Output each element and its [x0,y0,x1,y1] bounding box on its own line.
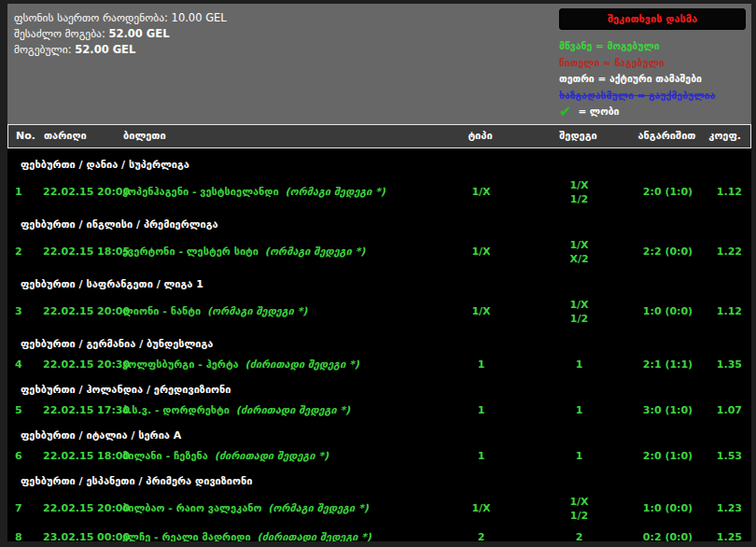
cell-type: 1 [437,358,525,371]
cell-score: 2:1 (1:1) [633,358,703,371]
table-row: 4 22.02.15 20:30 ვოლფსბურგი - ჰერტა (ძირ… [7,354,751,375]
league-header: ფეხბურთი / გერმანია / ბუნდესლიგა [7,330,751,354]
legend-cancelled: ხაზგადასმული = გაუქმებულია [559,88,746,105]
market-label: (ორმაგი შედეგი *) [286,186,385,198]
check-icon: ✔ [559,105,571,119]
cell-score: 2:0 (1:0) [633,186,703,198]
cell-coef: 1.35 [703,358,751,371]
header-score: ანგარიშით [632,130,702,142]
row-ticket: კოპენჰაგენი - ვესტსიელანდი (ორმაგი შედეგ… [115,186,437,198]
table-body: ფეხბურთი / დანია / სუპერლიგა 1 22.02.15 … [7,148,751,542]
cell-coef: 1.22 [703,245,751,258]
cell-result: 1 [525,403,633,417]
won-line: მოგებული: 52.00 GEL [14,42,227,58]
table-row: 7 22.02.15 20:00 ბილბაო - რაიო ვალეკანო … [7,491,751,526]
row-ticket: ლიონი - ნანტი (ორმაგი შედეგი *) [115,305,437,317]
cell-type: 1 [437,450,525,462]
app-window: ფსონის საერთო რაოდენობა: 10.00 GEL შესაძ… [0,0,756,547]
table-row: 3 22.02.15 20:00 ლიონი - ნანტი (ორმაგი შ… [7,294,751,330]
cell-result: 1 [525,358,633,372]
row-date: 22.02.15 17:30 [35,404,115,416]
row-date: 22.02.15 20:00 [35,502,115,514]
table-row: 8 23.02.15 00:00 ელჩე - რეალი მადრიდი (ძ… [7,526,751,542]
stake-label: ფსონის საერთო რაოდენობა: [14,11,168,24]
header-ticket: ბილეთი [116,130,436,142]
cell-score: 1:0 (0:0) [633,305,703,317]
cell-coef: 1.23 [703,502,751,514]
row-date: 22.02.15 18:05 [35,245,115,258]
possible-win-label: შესაძლო მოგება: [14,27,105,40]
match-name: კოპენჰაგენი - ვესტსიელანდი [122,186,279,198]
market-label: (ორმაგი შედეგი *) [268,502,368,514]
header-type: ტიპი [436,130,525,142]
row-date: 22.02.15 18:00 [35,450,115,462]
market-label: (ძირითადი შედეგი *) [215,450,329,462]
cell-result: 1/X 1/2 [525,298,633,326]
cell-result: 1 [525,449,633,463]
header-no: No. [8,130,36,142]
cell-type: 1 [437,404,525,416]
legend-lobby-label: = ლობი [578,104,619,120]
league-header: ფეხბურთი / ესპანეთი / პრიმერა დივიზიონი [7,467,751,491]
ticket-results-page: ფსონის საერთო რაოდენობა: 10.00 GEL შესაძ… [7,4,751,541]
cell-coef: 1.53 [703,450,751,462]
row-ticket: ელჩე - რეალი მადრიდი (ძირითადი შედეგი *) [115,531,437,542]
table-row: 1 22.02.15 20:00 კოპენჰაგენი - ვესტსიელა… [7,175,751,210]
league-header: ფეხბურთი / საფრანგეთი / ლიგა 1 [7,270,751,294]
match-name: პ.ს.ვ. - დორდრეხტი [122,404,230,416]
cell-type: 1/X [437,305,525,317]
cell-result: 1/X 1/2 [525,495,633,523]
table-row: 2 22.02.15 18:05 ევერტონი - ლესტერ სიტი … [7,234,751,270]
row-date: 23.02.15 00:00 [35,531,115,542]
legend: მწვანე = მოგებული წითელი = წაგებული თეთრ… [559,38,746,120]
league-header: ფეხბურთი / ინგლისი / პრემიერლიგა [7,210,751,234]
possible-win-line: შესაძლო მოგება: 52.00 GEL [14,26,227,42]
row-date: 22.02.15 20:30 [35,358,115,371]
won-value: 52.00 GEL [75,43,135,56]
market-label: (ძირითადი შედეგი *) [236,404,350,416]
market-label: (ძირითადი შედეგი *) [245,358,359,371]
table-header: No. თარიღი ბილეთი ტიპი შედეგი ანგარიშით … [7,124,751,148]
row-ticket: მილანი - ჩეზენა (ძირითადი შედეგი *) [115,450,437,462]
row-number: 1 [7,186,35,198]
top-right-panel: შეკითხვის დასმა მწვანე = მოგებული წითელი… [559,8,746,120]
legend-active: თეთრი = აქტიური თამაშები [559,71,746,88]
header-coef: კოეფ. [702,130,750,142]
cell-score: 1:0 (0:0) [633,502,703,514]
row-number: 3 [7,305,35,317]
stake-value: 10.00 GEL [172,11,227,24]
header-result: შედეგი [525,130,632,142]
row-number: 6 [7,450,35,462]
cell-coef: 1.12 [703,305,751,317]
match-name: ბილბაო - რაიო ვალეკანო [122,502,261,514]
bet-summary: ფსონის საერთო რაოდენობა: 10.00 GEL შესაძ… [14,8,227,120]
league-header: ფეხბურთი / დანია / სუპერლიგა [7,150,751,175]
market-label: (ორმაგი შედეგი *) [265,245,365,258]
cell-coef: 1.07 [703,404,751,416]
market-label: (ორმაგი შედეგი *) [207,305,307,317]
cell-coef: 1.12 [703,186,751,198]
won-label: მოგებული: [14,43,72,56]
table-row: 5 22.02.15 17:30 პ.ს.ვ. - დორდრეხტი (ძირ… [7,400,751,421]
cell-type: 1/X [437,186,525,198]
row-number: 8 [7,531,35,542]
cell-type: 2 [437,531,525,542]
match-name: ლიონი - ნანტი [122,305,201,317]
top-bar: ფსონის საერთო რაოდენობა: 10.00 GEL შესაძ… [7,4,751,124]
stake-line: ფსონის საერთო რაოდენობა: 10.00 GEL [14,10,227,26]
possible-win-value: 52.00 GEL [108,27,169,40]
row-number: 7 [7,502,35,514]
cell-result: 1/X 1/2 [525,178,633,206]
row-ticket: ვოლფსბურგი - ჰერტა (ძირითადი შედეგი *) [115,358,437,371]
row-ticket: ბილბაო - რაიო ვალეკანო (ორმაგი შედეგი *) [115,502,437,514]
ask-question-button[interactable]: შეკითხვის დასმა [559,8,746,30]
cell-score: 2:0 (1:0) [633,450,703,462]
row-date: 22.02.15 20:00 [35,186,115,198]
cell-result: 1/X X/2 [525,238,633,266]
league-header: ფეხბურთი / იტალია / სერია A [7,421,751,445]
row-number: 2 [7,245,35,258]
row-number: 5 [7,404,35,416]
legend-lobby-line: ✔ = ლობი [559,104,746,120]
cell-result: 2 [525,530,633,542]
cell-score: 0:2 (0:0) [633,531,703,542]
